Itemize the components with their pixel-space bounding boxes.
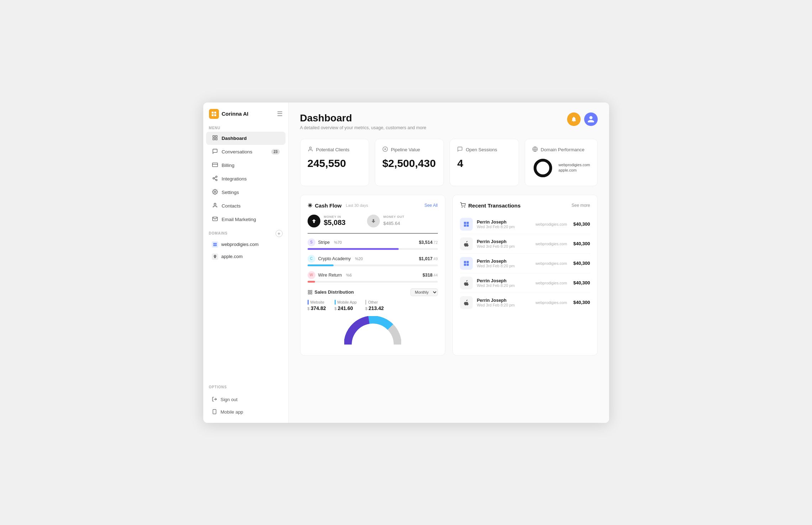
svg-point-32 (462, 207, 462, 207)
metric-card-potential-clients: Potential Clients 245,550 (300, 139, 369, 186)
page-header: Dashboard A detailed overview of your me… (300, 112, 426, 130)
svg-rect-2 (211, 114, 213, 116)
domain-label-webprodigies: webprodigies.com (221, 242, 259, 247)
metric-card-domain-perf: Domain Performance webprodigies.com appl… (525, 139, 598, 186)
trans-domain-4: webprodigies.com (534, 281, 569, 285)
other-metric-label: Other (365, 300, 384, 305)
potential-clients-label: Potential Clients (316, 147, 350, 152)
svg-rect-6 (213, 138, 215, 140)
cashflow-crypto-header: C Crypto Academy %20 $1,017.49 (308, 255, 438, 263)
see-all-button[interactable]: See All (424, 203, 438, 208)
wire-progress-bg (308, 281, 438, 283)
sign-out-item[interactable]: Sign out (206, 394, 285, 406)
wire-progress-fill (308, 281, 315, 283)
wp-icon-2 (463, 260, 470, 267)
trans-info-4: Perrin Joseph Wed 3rd Feb 8:20 pm (477, 278, 529, 288)
stripe-progress-fill (308, 248, 399, 250)
sidebar-header: Corinna AI ☰ (203, 103, 288, 123)
trans-info-3: Perrin Joseph Wed 3rd Feb 8:20 pm (477, 259, 529, 268)
metric-card-sessions: Open Sessions 4 (450, 139, 519, 186)
domain-list: webprodigies.com apple.com (559, 163, 590, 173)
potential-clients-value: 245,550 (308, 157, 362, 169)
mobile-value: $ 241.60 (335, 305, 357, 311)
trans-amount-3: $40,300 (573, 261, 590, 266)
domain-item-apple[interactable]: apple.com (206, 251, 285, 262)
domain-perf-content: webprodigies.com apple.com (532, 157, 590, 179)
logo-area: Corinna AI (209, 109, 248, 119)
trans-name-3: Perrin Joseph (477, 259, 529, 264)
webprodigies-icon (212, 241, 218, 248)
transactions-card: Recent Transactions See more Perrin Jose… (452, 195, 598, 356)
user-avatar[interactable] (584, 112, 598, 126)
smartphone-icon (212, 409, 217, 415)
sidebar-item-conversations[interactable]: Conversations 23 (206, 145, 285, 158)
money-in-label: MONEY IN (324, 215, 346, 219)
cashflow-item-wire: W Wire Return %6 $318.44 (308, 271, 438, 283)
sidebar-item-contacts[interactable]: Contacts (206, 199, 285, 212)
options-label: OPTIONS (203, 382, 288, 390)
sidebar: Corinna AI ☰ MENU Dashboard Conversation… (203, 103, 289, 423)
svg-point-11 (213, 178, 214, 179)
cashflow-wire-header: W Wire Return %6 $318.44 (308, 271, 438, 279)
transactions-header: Recent Transactions See more (460, 202, 590, 209)
cashflow-subtitle: Last 30 days (346, 203, 368, 208)
sidebar-item-settings-label: Settings (222, 190, 239, 195)
money-in-section: MONEY IN $5,083 (308, 215, 346, 227)
sidebar-item-settings[interactable]: Settings (206, 186, 285, 199)
sales-dist-header: Sales Distribution Monthly Weekly Yearly (308, 288, 438, 296)
svg-rect-7 (215, 138, 217, 140)
svg-rect-30 (308, 293, 309, 294)
sidebar-item-dashboard-label: Dashboard (222, 136, 247, 141)
mobile-metric-label: Mobile App (335, 300, 357, 305)
page-title: Dashboard (300, 112, 426, 124)
globe-metric-icon (532, 146, 538, 153)
mobile-app-item[interactable]: Mobile app (206, 406, 285, 418)
svg-rect-0 (211, 111, 213, 113)
website-dot (308, 300, 309, 305)
svg-rect-28 (308, 290, 309, 292)
trans-name-4: Perrin Joseph (477, 278, 529, 283)
table-row: Perrin Joseph Wed 3rd Feb 8:20 pm webpro… (460, 254, 590, 273)
website-metric-label: Website (308, 300, 326, 305)
trans-info-2: Perrin Joseph Wed 3rd Feb 8:20 pm (477, 239, 529, 248)
menu-label: MENU (203, 123, 288, 131)
conversations-badge: 23 (271, 149, 279, 154)
sidebar-item-integrations-label: Integrations (222, 176, 247, 182)
sidebar-item-email-marketing-label: Email Marketing (222, 217, 256, 222)
period-select[interactable]: Monthly Weekly Yearly (410, 288, 438, 296)
trans-amount-5: $40,300 (573, 300, 590, 305)
sales-metrics: Website $ 374.82 Mobile App $ 241.60 (308, 300, 438, 311)
cashflow-header: ✳ Cash Flow Last 30 days See All (308, 202, 438, 209)
trans-name-5: Perrin Joseph (477, 298, 529, 303)
sales-metric-website: Website $ 374.82 (308, 300, 326, 311)
mail-icon (212, 216, 218, 223)
sidebar-item-billing[interactable]: Billing (206, 159, 285, 172)
open-sessions-value: 4 (457, 157, 511, 169)
wire-badge: W (308, 271, 315, 279)
add-domain-button[interactable]: + (276, 230, 283, 237)
svg-line-13 (214, 179, 216, 180)
trans-avatar-2 (460, 237, 473, 250)
notification-button[interactable] (567, 112, 581, 126)
stripe-badge: S (308, 238, 315, 246)
trans-domain-1: webprodigies.com (534, 222, 569, 226)
trans-date-4: Wed 3rd Feb 8:20 pm (477, 283, 529, 288)
cashflow-crypto-left: C Crypto Academy %20 (308, 255, 363, 263)
stripe-name: Stripe (318, 240, 330, 245)
sign-out-label: Sign out (221, 397, 238, 402)
trans-amount-1: $40,300 (573, 221, 590, 227)
svg-rect-3 (214, 114, 216, 116)
domains-header: DOMAINS + (203, 226, 288, 238)
svg-rect-5 (215, 136, 217, 137)
see-more-button[interactable]: See more (571, 203, 590, 208)
transactions-icon (460, 202, 466, 209)
domain-item-webprodigies[interactable]: webprodigies.com (206, 239, 285, 250)
cashflow-divider (308, 233, 438, 233)
menu-toggle-button[interactable]: ☰ (277, 110, 283, 118)
sidebar-item-dashboard[interactable]: Dashboard (206, 132, 285, 145)
settings-icon (212, 189, 218, 196)
trans-name-2: Perrin Joseph (477, 239, 529, 244)
sidebar-item-integrations[interactable]: Integrations (206, 172, 285, 185)
sidebar-item-email-marketing[interactable]: Email Marketing (206, 213, 285, 226)
bottom-sections: ✳ Cash Flow Last 30 days See All MONEY I… (300, 195, 598, 356)
